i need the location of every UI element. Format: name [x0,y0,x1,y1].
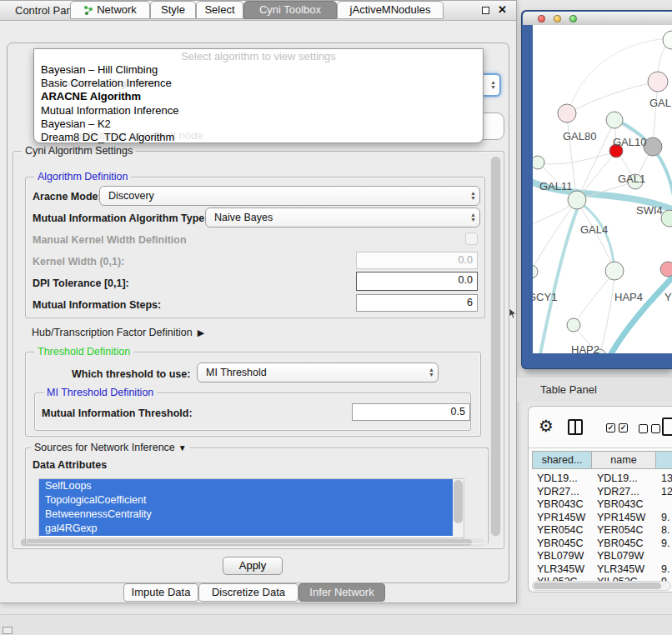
gear-icon[interactable]: ⚙ [539,416,554,436]
network-node-gal10[interactable] [606,112,623,128]
network-window-titlebar[interactable] [523,12,672,25]
bottom-tab-discretize-data[interactable]: Discretize Data [198,583,298,602]
network-node[interactable] [663,31,672,49]
column-header[interactable] [656,451,672,469]
network-node-hap4[interactable] [605,262,624,280]
table-cell[interactable]: 9. [661,538,672,551]
dropdown-item[interactable]: Mutual Information Inference [41,104,476,118]
apply-button[interactable]: Apply [223,557,283,575]
minimize-traffic-light-icon[interactable] [554,15,561,22]
table-horizontal-scrollbar[interactable] [532,581,671,591]
network-node-gal11[interactable] [533,156,544,169]
table-cell[interactable]: YER054C [597,524,656,538]
table-cell[interactable]: YPR145W [537,512,592,525]
which-threshold-combo[interactable]: MI Threshold ▲▼ [197,362,439,382]
node-label: SWI4 [636,204,663,217]
network-edge[interactable] [577,202,614,270]
tab-jactivemnodules[interactable]: jActiveMNodules [337,1,444,19]
attribute-list-item[interactable]: gal4RGexp [39,522,453,536]
table-cell[interactable]: 8. [661,524,672,538]
unchecked-checkbox-icon[interactable] [651,424,660,433]
table-cell[interactable]: 9. [661,512,672,525]
network-node-gcy1[interactable] [533,265,538,278]
dropdown-item[interactable]: ARACNE Algorithm [41,90,476,103]
aracne-mode-combo[interactable]: Discovery ▲▼ [99,186,480,206]
mi-type-combo[interactable]: Naive Bayes ▲▼ [205,208,480,228]
tab-cyni-toolbox[interactable]: Cyni Toolbox [243,1,337,19]
network-node-swi4[interactable] [661,210,672,227]
close-traffic-light-icon[interactable] [538,15,545,22]
manual-kernel-checkbox[interactable] [465,232,478,245]
network-node-gal[interactable] [648,72,668,92]
table-cell[interactable]: 12 [661,486,672,499]
table-cell[interactable] [661,550,672,563]
tab-style[interactable]: Style [150,1,196,19]
dropdown-item[interactable]: Basic Correlation Inference [41,77,476,90]
attribute-list-item[interactable]: SelfLoops [39,479,453,493]
mi-threshold-field[interactable]: 0.5 [352,403,470,421]
resize-grip-icon[interactable] [3,627,13,634]
table-cell[interactable]: 9. [661,563,672,577]
network-edge[interactable] [609,272,672,353]
table-cell[interactable]: YDL19... [537,472,592,486]
kernel-width-field[interactable]: 0.0 [356,252,478,269]
scrollbar-thumb[interactable] [454,480,463,523]
table-cell[interactable] [661,498,672,512]
dropdown-item[interactable]: Dream8 DC_TDC Algorithm [41,131,476,144]
table-cell[interactable]: 13 [661,472,672,486]
table-cell[interactable]: YDR27... [537,486,592,499]
network-edge[interactable] [600,272,614,353]
unchecked-checkbox-icon[interactable] [639,424,648,433]
table-cell[interactable]: YDL19... [597,472,656,486]
network-node-hap2[interactable] [567,318,580,332]
network-view-window[interactable]: GALGAL80GAL10GAL1GAL11SWI4GAL4GCY1HAP4YH… [521,10,672,369]
columns-icon[interactable] [568,419,583,435]
dpi-tolerance-field[interactable]: 0.0 [356,272,478,291]
dropdown-item[interactable]: Bayesian – Hill Climbing [41,63,476,77]
checked-checkbox-icon[interactable]: ✓ [606,423,615,432]
table-cell[interactable]: YER054C [537,524,592,538]
checked-checkbox-icon[interactable]: ✓ [619,423,628,432]
data-attributes-list[interactable]: SelfLoopsTopologicalCoefficientBetweenne… [38,478,464,538]
zoom-traffic-light-icon[interactable] [569,15,577,22]
table-cell[interactable]: YLR345W [597,563,656,577]
network-node-y[interactable] [660,262,672,277]
node-label: GAL10 [613,136,646,148]
network-canvas[interactable]: GALGAL80GAL10GAL1GAL11SWI4GAL4GCY1HAP4YH… [533,25,672,353]
table-cell[interactable]: YDR27... [597,486,656,499]
bottom-tab-infer-network[interactable]: Infer Network [298,583,385,602]
table-cell[interactable]: YBR043C [537,498,592,512]
table-cell[interactable]: YBL079W [537,550,592,563]
column-header[interactable]: shared... [532,451,592,469]
scrollbar-thumb[interactable] [534,582,661,589]
tab-network[interactable]: Network [70,1,150,19]
table-cell[interactable]: YPR145W [597,512,656,525]
sources-group-title[interactable]: Sources for Network Inference▼ [31,442,190,453]
network-edge[interactable] [568,82,658,113]
attribute-list-item[interactable]: BetweennessCentrality [39,508,453,522]
bottom-tab-impute-data[interactable]: Impute Data [123,583,198,602]
data-attributes-label: Data Attributes [33,459,107,471]
network-edge[interactable] [581,203,614,272]
column-header[interactable]: name [592,451,656,469]
table-cell[interactable]: YBR043C [597,498,656,512]
network-node-gal80[interactable] [558,104,576,122]
table-cell[interactable]: YBL079W [597,550,656,563]
hub-definition-expander[interactable]: Hub/Transcription Factor Definition▶ [32,327,204,338]
dpi-tolerance-label: DPI Tolerance [0,1]: [33,278,129,289]
network-edge[interactable] [539,152,616,164]
network-node-gal4[interactable] [568,191,586,209]
table-cell[interactable]: YBR045C [597,538,656,551]
network-edge[interactable] [533,200,577,272]
document-icon[interactable] [662,418,672,436]
tab-select[interactable]: Select [196,1,243,19]
mi-steps-field[interactable]: 6 [356,294,478,312]
settings-vertical-scrollbar[interactable] [490,156,501,537]
list-scrollbar[interactable] [453,479,464,538]
scrollbar-thumb[interactable] [491,157,500,536]
attribute-list-item[interactable]: TopologicalCoefficient [39,493,453,508]
table-cell[interactable]: YBR045C [537,538,592,551]
table-cell[interactable]: YLR345W [537,563,592,577]
dropdown-item[interactable]: Bayesian – K2 [41,118,476,131]
attribute-table: shared...nameYDL19...YDL19...13YDR27...Y… [532,451,672,592]
